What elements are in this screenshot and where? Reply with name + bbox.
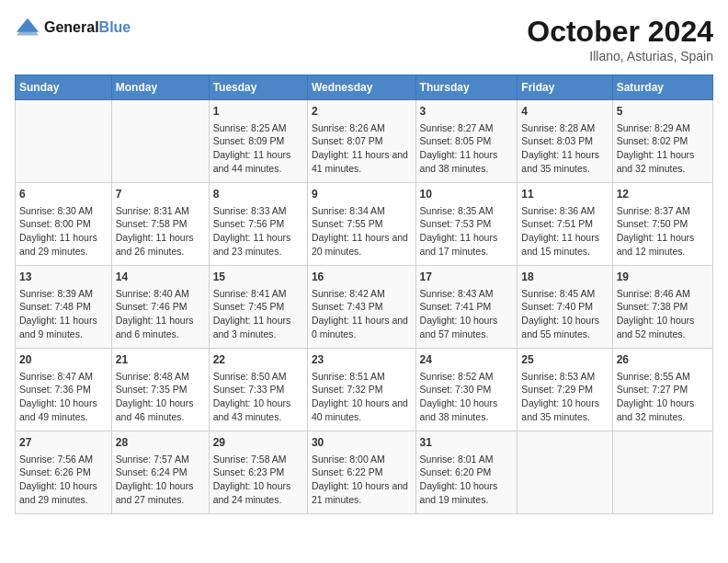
day-detail: Sunrise: 7:57 AMSunset: 6:24 PMDaylight:… [116,453,205,507]
calendar-cell: 26Sunrise: 8:55 AMSunset: 7:27 PMDayligh… [612,349,712,431]
day-number: 22 [213,352,303,368]
day-number: 20 [19,352,108,368]
day-number: 24 [420,352,514,368]
calendar-cell: 13Sunrise: 8:39 AMSunset: 7:48 PMDayligh… [16,266,112,349]
day-detail: Sunrise: 8:52 AMSunset: 7:30 PMDaylight:… [420,370,514,424]
calendar-cell: 24Sunrise: 8:52 AMSunset: 7:30 PMDayligh… [415,349,518,431]
day-detail: Sunrise: 8:29 AMSunset: 8:02 PMDaylight:… [617,121,709,176]
calendar-cell: 9Sunrise: 8:34 AMSunset: 7:55 PMDaylight… [307,183,415,266]
day-number: 18 [521,270,608,285]
day-number: 30 [312,435,412,451]
calendar-cell: 17Sunrise: 8:43 AMSunset: 7:41 PMDayligh… [415,266,518,349]
day-number: 16 [312,270,412,285]
day-number: 23 [312,352,412,368]
day-detail: Sunrise: 8:35 AMSunset: 7:53 PMDaylight:… [420,204,514,259]
calendar-cell [16,100,112,183]
day-detail: Sunrise: 8:25 AMSunset: 8:09 PMDaylight:… [213,121,303,176]
day-detail: Sunrise: 8:31 AMSunset: 7:58 PMDaylight:… [116,204,205,259]
day-detail: Sunrise: 8:37 AMSunset: 7:50 PMDaylight:… [617,204,709,259]
calendar-cell: 31Sunrise: 8:01 AMSunset: 6:20 PMDayligh… [415,431,518,514]
day-number: 9 [312,187,412,202]
day-detail: Sunrise: 8:30 AMSunset: 8:00 PMDaylight:… [19,204,108,259]
day-number: 3 [420,104,514,120]
calendar-cell: 6Sunrise: 8:30 AMSunset: 8:00 PMDaylight… [16,183,112,266]
day-number: 28 [116,435,205,451]
calendar-table: SundayMondayTuesdayWednesdayThursdayFrid… [15,75,713,514]
day-number: 14 [116,270,205,285]
day-detail: Sunrise: 8:43 AMSunset: 7:41 PMDaylight:… [420,287,514,341]
day-number: 21 [116,352,205,368]
weekday-header-sunday: Sunday [16,75,112,100]
calendar-cell: 29Sunrise: 7:58 AMSunset: 6:23 PMDayligh… [209,431,307,514]
calendar-cell: 15Sunrise: 8:41 AMSunset: 7:45 PMDayligh… [209,266,307,349]
logo-icon [15,15,40,40]
day-number: 5 [617,104,709,120]
weekday-header-row: SundayMondayTuesdayWednesdayThursdayFrid… [16,75,713,100]
calendar-cell [518,431,612,514]
weekday-header-friday: Friday [518,75,612,100]
day-detail: Sunrise: 8:28 AMSunset: 8:03 PMDaylight:… [521,121,608,176]
day-detail: Sunrise: 8:47 AMSunset: 7:36 PMDaylight:… [19,370,108,424]
calendar-cell [612,431,712,514]
day-number: 13 [19,270,108,285]
calendar-cell: 10Sunrise: 8:35 AMSunset: 7:53 PMDayligh… [415,183,518,266]
calendar-cell: 1Sunrise: 8:25 AMSunset: 8:09 PMDaylight… [209,100,307,183]
calendar-cell: 18Sunrise: 8:45 AMSunset: 7:40 PMDayligh… [518,266,612,349]
day-number: 1 [213,104,303,120]
day-number: 27 [19,435,108,451]
month-title: October 2024 [527,15,713,49]
calendar-cell: 27Sunrise: 7:56 AMSunset: 6:26 PMDayligh… [16,431,112,514]
day-number: 4 [521,104,608,120]
calendar-cell: 12Sunrise: 8:37 AMSunset: 7:50 PMDayligh… [612,183,712,266]
day-number: 7 [116,187,205,202]
day-detail: Sunrise: 8:55 AMSunset: 7:27 PMDaylight:… [617,370,709,424]
day-detail: Sunrise: 7:58 AMSunset: 6:23 PMDaylight:… [213,453,303,507]
calendar-cell: 21Sunrise: 8:48 AMSunset: 7:35 PMDayligh… [111,349,209,431]
weekday-header-wednesday: Wednesday [307,75,415,100]
weekday-header-thursday: Thursday [415,75,518,100]
day-number: 8 [213,187,303,202]
day-detail: Sunrise: 8:39 AMSunset: 7:48 PMDaylight:… [19,287,108,341]
logo: GeneralBlue [15,15,131,40]
day-number: 2 [312,104,412,120]
calendar-cell: 25Sunrise: 8:53 AMSunset: 7:29 PMDayligh… [518,349,612,431]
calendar-week-row: 6Sunrise: 8:30 AMSunset: 8:00 PMDaylight… [16,183,713,266]
day-detail: Sunrise: 8:01 AMSunset: 6:20 PMDaylight:… [420,453,514,507]
calendar-cell: 19Sunrise: 8:46 AMSunset: 7:38 PMDayligh… [612,266,712,349]
day-number: 29 [213,435,303,451]
calendar-week-row: 20Sunrise: 8:47 AMSunset: 7:36 PMDayligh… [16,349,713,431]
calendar-cell: 11Sunrise: 8:36 AMSunset: 7:51 PMDayligh… [518,183,612,266]
weekday-header-saturday: Saturday [612,75,712,100]
weekday-header-tuesday: Tuesday [209,75,307,100]
day-detail: Sunrise: 7:56 AMSunset: 6:26 PMDaylight:… [19,453,108,507]
calendar-cell: 8Sunrise: 8:33 AMSunset: 7:56 PMDaylight… [209,183,307,266]
logo-text: GeneralBlue [44,19,131,36]
page-header: GeneralBlue October 2024 Illano, Asturia… [15,15,713,63]
calendar-cell: 7Sunrise: 8:31 AMSunset: 7:58 PMDaylight… [111,183,209,266]
calendar-cell: 5Sunrise: 8:29 AMSunset: 8:02 PMDaylight… [612,100,712,183]
day-detail: Sunrise: 8:27 AMSunset: 8:05 PMDaylight:… [420,121,514,176]
calendar-cell: 2Sunrise: 8:26 AMSunset: 8:07 PMDaylight… [307,100,415,183]
day-number: 31 [420,435,514,451]
calendar-week-row: 27Sunrise: 7:56 AMSunset: 6:26 PMDayligh… [16,431,713,514]
day-number: 17 [420,270,514,285]
day-detail: Sunrise: 8:41 AMSunset: 7:45 PMDaylight:… [213,287,303,341]
day-detail: Sunrise: 8:33 AMSunset: 7:56 PMDaylight:… [213,204,303,259]
day-number: 25 [521,352,608,368]
calendar-cell: 20Sunrise: 8:47 AMSunset: 7:36 PMDayligh… [16,349,112,431]
day-detail: Sunrise: 8:46 AMSunset: 7:38 PMDaylight:… [617,287,709,341]
day-detail: Sunrise: 8:45 AMSunset: 7:40 PMDaylight:… [521,287,608,341]
calendar-cell: 16Sunrise: 8:42 AMSunset: 7:43 PMDayligh… [307,266,415,349]
day-number: 10 [420,187,514,202]
calendar-cell: 22Sunrise: 8:50 AMSunset: 7:33 PMDayligh… [209,349,307,431]
day-number: 11 [521,187,608,202]
day-detail: Sunrise: 8:42 AMSunset: 7:43 PMDaylight:… [312,287,412,341]
day-number: 12 [617,187,709,202]
day-number: 15 [213,270,303,285]
calendar-cell: 4Sunrise: 8:28 AMSunset: 8:03 PMDaylight… [518,100,612,183]
location: Illano, Asturias, Spain [527,49,713,63]
calendar-cell: 28Sunrise: 7:57 AMSunset: 6:24 PMDayligh… [111,431,209,514]
calendar-cell [111,100,209,183]
day-detail: Sunrise: 8:00 AMSunset: 6:22 PMDaylight:… [312,453,412,507]
calendar-cell: 14Sunrise: 8:40 AMSunset: 7:46 PMDayligh… [111,266,209,349]
